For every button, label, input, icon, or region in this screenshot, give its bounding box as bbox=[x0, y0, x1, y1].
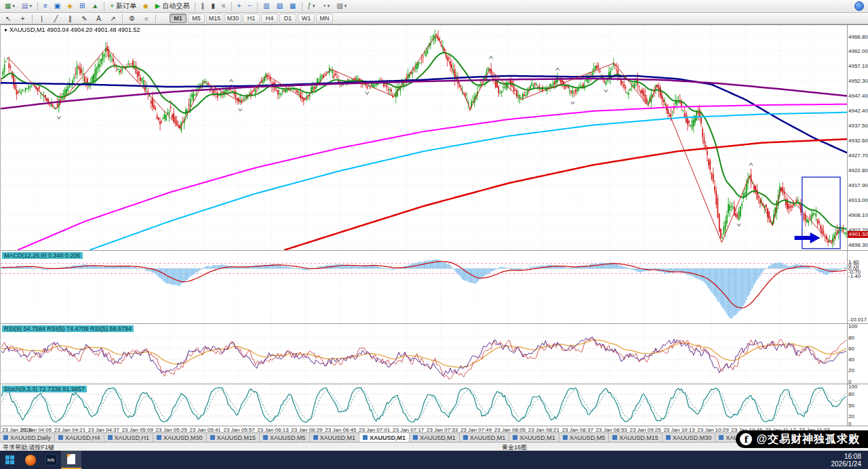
price-chart-canvas[interactable] bbox=[1, 25, 847, 250]
strategy-tester-icon-glyph: ▲ bbox=[92, 3, 98, 9]
chart-tab-icon bbox=[666, 435, 671, 440]
macd-chart-canvas[interactable] bbox=[1, 251, 847, 323]
scale-label: 4932.60 bbox=[848, 138, 868, 144]
current-price-tag: 4901.52 bbox=[848, 231, 868, 238]
rsi-panel: RSI(9) 54.7584 RSI(5) 74.4709 RSI(5) 58.… bbox=[1, 323, 868, 384]
chart-collapse-icon[interactable]: ▼ bbox=[3, 28, 8, 33]
rsi-scale[interactable]: 100806040200 bbox=[847, 324, 868, 384]
templates-icon[interactable]: ▨▾ bbox=[334, 1, 349, 12]
timeframe-m5-button[interactable]: M5 bbox=[188, 14, 205, 23]
windows-taskbar: kvb 16:08 2026/1/24 bbox=[0, 451, 868, 469]
stochastic-panel: Stoch(9,3,3) 72.7336 81.9857 1008050200 bbox=[1, 384, 868, 426]
autotrading-glyph: ▶ bbox=[155, 3, 161, 9]
new-chart-icon[interactable]: ▦▾ bbox=[2, 1, 18, 12]
taskbar-kvb-icon[interactable]: kvb bbox=[41, 451, 61, 469]
timeframe-w1-button[interactable]: W1 bbox=[298, 14, 315, 23]
chart-tab[interactable]: XAUUSD,M5 bbox=[559, 433, 610, 442]
toolbar-separator bbox=[302, 2, 302, 11]
timeframe-m15-button[interactable]: M15 bbox=[206, 14, 223, 23]
chart-tab-icon bbox=[3, 435, 8, 440]
timeframe-m1-button[interactable]: M1 bbox=[170, 14, 186, 23]
scale-label: 0 bbox=[848, 421, 851, 426]
channel-tool[interactable]: ∥ bbox=[64, 14, 77, 24]
data-window-icon[interactable]: ▣ bbox=[52, 1, 63, 12]
new-order-button-label: 新订单 bbox=[116, 1, 136, 11]
quote-text: XAUUSD,M1 4903.04 4904.20 4901.48 4901.5… bbox=[9, 26, 140, 33]
facebook-logo-icon: f bbox=[740, 433, 752, 445]
crosshair-tool[interactable]: + bbox=[16, 14, 29, 24]
fibonacci-tool[interactable]: Φ bbox=[125, 14, 138, 24]
trendline-tool[interactable]: ╱ bbox=[50, 14, 62, 24]
timeframe-d1-button[interactable]: D1 bbox=[279, 14, 296, 23]
price-chart-panel: ▼XAUUSD,M1 4903.04 4904.20 4901.48 4901.… bbox=[1, 25, 868, 250]
tile-windows-icon[interactable]: ▥ bbox=[260, 1, 272, 12]
zoom-in-icon[interactable]: + bbox=[235, 1, 244, 12]
text-label-tool[interactable]: A bbox=[92, 14, 105, 24]
price-scale[interactable]: 4901.52 4966.804962.004957.104952.304947… bbox=[847, 25, 868, 250]
chart-tab[interactable]: XAUUSD,M1 bbox=[410, 433, 460, 442]
rsi-chart-canvas[interactable] bbox=[1, 324, 847, 384]
cursor-tool[interactable]: ↖ bbox=[2, 14, 15, 24]
macd-scale[interactable]: 1.400.700.00-0.70-1.40-10.017 bbox=[847, 251, 868, 323]
timeframe-m30-button[interactable]: M30 bbox=[224, 14, 241, 23]
arrange-windows-icon[interactable]: ▦ bbox=[287, 1, 298, 12]
chart-tab-icon bbox=[363, 435, 368, 440]
chart-tab[interactable]: XAUUSD,M15 bbox=[207, 433, 260, 442]
timeframe-h4-button[interactable]: H4 bbox=[261, 14, 278, 23]
chart-tab-icon bbox=[413, 435, 418, 440]
bar-chart-icon[interactable]: ∥ bbox=[198, 1, 207, 12]
autotrading-button[interactable]: ▶自动交易 bbox=[153, 1, 193, 12]
chart-tab[interactable]: XAUUSD,M1 bbox=[509, 433, 559, 442]
scale-label: 20 bbox=[848, 367, 854, 373]
arrow-object-tool[interactable]: ↗ bbox=[106, 14, 119, 24]
dropdown-caret-icon: ▾ bbox=[12, 3, 15, 9]
start-button[interactable] bbox=[0, 451, 20, 469]
new-order-button[interactable]: +新订单 bbox=[107, 1, 139, 12]
line-chart-icon[interactable]: ≈ bbox=[219, 1, 229, 12]
scale-label: 80 bbox=[848, 391, 854, 397]
terminal-icon-glyph: ⊞ bbox=[79, 3, 85, 9]
chart-tab[interactable]: XAUUSD,M1 bbox=[460, 433, 510, 442]
templates-icon-glyph: ▨ bbox=[336, 3, 342, 9]
profiles-icon[interactable]: ▤▾ bbox=[19, 1, 35, 12]
chart-tab[interactable]: XAUUSD,M1 bbox=[310, 433, 360, 442]
broker-avatar-icon[interactable] bbox=[854, 1, 864, 11]
pencil-tool[interactable]: ✎ bbox=[78, 14, 91, 24]
stochastic-scale[interactable]: 1008050200 bbox=[847, 384, 868, 426]
timeframe-h1-button[interactable]: H1 bbox=[243, 14, 260, 23]
stochastic-chart-canvas[interactable] bbox=[1, 384, 847, 426]
market-watch-icon[interactable]: ≡ bbox=[41, 1, 50, 12]
main-toolbar: ▦▾▤▾≡▣◈⊞▲+新订单◆▶自动交易∥▮≈+−▥▧▦ƒ▾◔▾▨▾ bbox=[0, 0, 868, 13]
clock-time: 16:08 bbox=[831, 453, 862, 460]
periods-icon[interactable]: ◔▾ bbox=[319, 1, 333, 12]
autotrading-button-label: 自动交易 bbox=[162, 1, 189, 11]
stochastic-label: Stoch(9,3,3) 72.7336 81.9857 bbox=[2, 386, 87, 392]
toolbar-separator bbox=[37, 2, 38, 11]
chart-tab[interactable]: XAUUSD,M15 bbox=[609, 433, 663, 442]
chart-tab[interactable]: XAUUSD,Daily bbox=[0, 433, 55, 442]
navigator-icon[interactable]: ◈ bbox=[64, 1, 75, 12]
candlestick-chart-icon[interactable]: ▮ bbox=[208, 1, 218, 12]
indicators-icon[interactable]: ƒ▾ bbox=[305, 1, 318, 12]
profiles-icon-glyph: ▤ bbox=[22, 3, 28, 9]
chart-tab[interactable]: XAUUSD,H1 bbox=[104, 433, 154, 442]
shapes-tool[interactable]: ○ bbox=[140, 14, 153, 24]
taskbar-clock[interactable]: 16:08 2026/1/24 bbox=[831, 453, 862, 468]
vertical-line-tool[interactable]: | bbox=[35, 14, 48, 24]
metaeditor-icon[interactable]: ◆ bbox=[140, 1, 151, 12]
taskbar-active-app-icon[interactable] bbox=[61, 451, 81, 469]
chart-tab[interactable]: XAUUSD,H4 bbox=[55, 433, 104, 442]
chart-tab[interactable]: XAUUSD,M30 bbox=[663, 433, 716, 442]
timeframe-mn-button[interactable]: MN bbox=[316, 14, 333, 23]
mt4-application-window: ▦▾▤▾≡▣◈⊞▲+新订单◆▶自动交易∥▮≈+−▥▧▦ƒ▾◔▾▨▾ ↖+|╱∥✎… bbox=[0, 0, 868, 469]
zoom-out-icon[interactable]: − bbox=[245, 1, 254, 12]
taskbar-browser-icon[interactable] bbox=[20, 451, 41, 469]
strategy-tester-icon[interactable]: ▲ bbox=[89, 1, 101, 12]
scale-label: 4947.40 bbox=[848, 93, 868, 99]
chart-tab[interactable]: XAUUSD,M30 bbox=[153, 433, 207, 442]
terminal-icon[interactable]: ⊞ bbox=[77, 1, 87, 12]
cascade-windows-icon[interactable]: ▧ bbox=[274, 1, 285, 12]
chart-tab[interactable]: XAUUSD,M1 bbox=[359, 433, 410, 442]
chart-tab[interactable]: XAUUSD,M5 bbox=[260, 433, 310, 442]
chart-tab-label: XAUUSD,M1 bbox=[320, 434, 356, 441]
